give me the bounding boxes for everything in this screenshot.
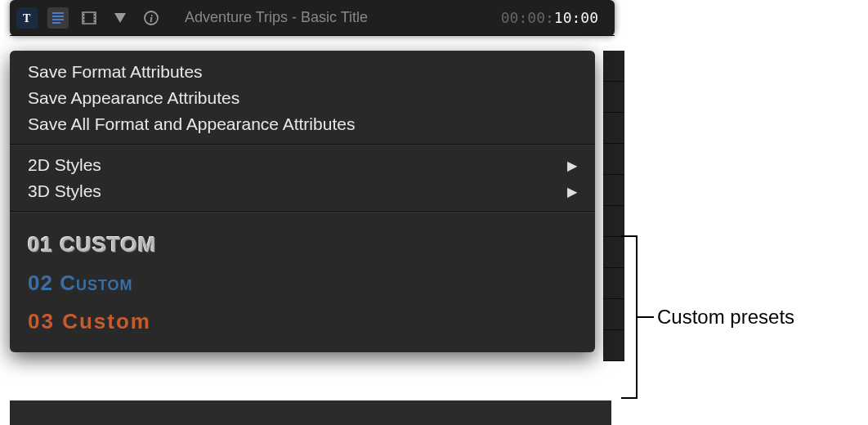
svg-point-16 bbox=[94, 20, 96, 22]
svg-marker-17 bbox=[114, 13, 126, 23]
callout-bracket bbox=[621, 235, 654, 399]
menu-item-3d-styles[interactable]: 3D Styles ▶ bbox=[10, 178, 595, 204]
timecode-dim: 00:00: bbox=[501, 9, 554, 26]
svg-point-12 bbox=[83, 17, 85, 19]
svg-point-11 bbox=[83, 14, 85, 16]
menu-item-save-format[interactable]: Save Format Attributes bbox=[10, 59, 595, 85]
panel-background-fill bbox=[10, 400, 611, 425]
text-tab-icon[interactable]: T bbox=[16, 7, 38, 29]
menu-item-save-appearance[interactable]: Save Appearance Attributes bbox=[10, 85, 595, 111]
menu-item-label: 3D Styles bbox=[28, 181, 101, 201]
video-tab-icon[interactable] bbox=[78, 7, 100, 29]
menu-section-save: Save Format Attributes Save Appearance A… bbox=[10, 59, 595, 137]
svg-text:i: i bbox=[150, 12, 153, 25]
panel-row bbox=[603, 51, 624, 82]
menu-separator bbox=[10, 144, 595, 145]
svg-point-14 bbox=[94, 14, 96, 16]
info-tab-icon[interactable]: i bbox=[141, 7, 162, 29]
inspector-toolbar: T bbox=[10, 0, 615, 36]
menu-item-2d-styles[interactable]: 2D Styles ▶ bbox=[10, 152, 595, 178]
svg-point-13 bbox=[83, 20, 85, 22]
svg-text:T: T bbox=[23, 12, 31, 25]
toolbar-icons: T bbox=[16, 7, 162, 29]
svg-point-15 bbox=[94, 17, 96, 19]
preset-item-01[interactable]: 01 CUSTOM bbox=[10, 226, 595, 264]
menu-item-label: 2D Styles bbox=[28, 155, 101, 175]
menu-item-label: Save Appearance Attributes bbox=[28, 88, 239, 108]
clip-title: Adventure Trips - Basic Title bbox=[185, 9, 491, 26]
timecode-bright: 10:00 bbox=[554, 9, 598, 26]
callout-label: Custom presets bbox=[657, 306, 794, 329]
menu-item-label: Save All Format and Appearance Attribute… bbox=[28, 114, 355, 134]
menu-item-save-all[interactable]: Save All Format and Appearance Attribute… bbox=[10, 111, 595, 137]
panel-row bbox=[603, 144, 624, 175]
preset-item-03[interactable]: 03 Custom bbox=[10, 302, 595, 341]
callout-custom-presets: Custom presets bbox=[621, 235, 794, 399]
menu-section-presets: 01 CUSTOM 02 Custom 03 Custom bbox=[10, 219, 595, 341]
wedge-tab-icon[interactable] bbox=[110, 7, 131, 29]
panel-row bbox=[603, 113, 624, 144]
paragraph-tab-icon[interactable] bbox=[47, 7, 69, 29]
inspector-panel: T bbox=[10, 0, 615, 36]
menu-separator bbox=[10, 211, 595, 212]
menu-section-styles: 2D Styles ▶ 3D Styles ▶ bbox=[10, 152, 595, 204]
panel-row bbox=[603, 82, 624, 113]
panel-row bbox=[603, 175, 624, 206]
menu-item-label: Save Format Attributes bbox=[28, 62, 203, 82]
panel-row bbox=[603, 206, 624, 237]
submenu-arrow-icon: ▶ bbox=[567, 158, 577, 173]
timecode: 00:00:10:00 bbox=[501, 9, 598, 26]
preset-popup-menu: Save Format Attributes Save Appearance A… bbox=[10, 51, 595, 352]
preset-item-02[interactable]: 02 Custom bbox=[10, 264, 595, 302]
submenu-arrow-icon: ▶ bbox=[567, 184, 577, 199]
